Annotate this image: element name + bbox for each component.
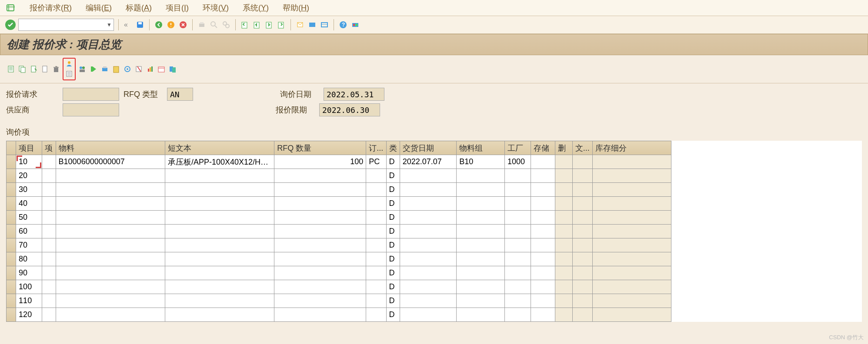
cell-qty[interactable]	[274, 252, 366, 266]
print-preview-icon[interactable]	[100, 64, 110, 74]
menu-icon[interactable]	[5, 3, 16, 13]
table-row[interactable]: 70D	[7, 238, 671, 252]
cell-plant[interactable]	[504, 266, 531, 280]
first-page-icon[interactable]	[240, 20, 250, 30]
cell-text[interactable]	[572, 266, 592, 280]
cell-stock-seg[interactable]	[592, 238, 671, 252]
acct-assign-icon[interactable]	[145, 64, 155, 74]
cell-item[interactable]: 120	[16, 308, 42, 322]
last-page-icon[interactable]	[277, 20, 286, 30]
cell-storage[interactable]	[531, 294, 555, 308]
find-next-icon[interactable]	[221, 20, 231, 30]
cell-qty[interactable]	[274, 308, 366, 322]
command-field[interactable]: ▼	[18, 19, 114, 31]
cell-stock-seg[interactable]	[592, 225, 671, 238]
cell-c[interactable]: D	[386, 211, 400, 225]
list-icon[interactable]	[64, 69, 74, 79]
cell-text[interactable]	[572, 211, 592, 225]
conditions-icon[interactable]	[134, 64, 144, 74]
cell-plant[interactable]	[504, 308, 531, 322]
cell-c[interactable]: D	[386, 169, 400, 183]
cell-material[interactable]	[56, 225, 165, 238]
cell-i[interactable]	[42, 183, 56, 197]
cell-i[interactable]	[42, 211, 56, 225]
cell-item[interactable]: 100	[16, 280, 42, 294]
cell-del[interactable]	[555, 294, 572, 308]
col-del[interactable]: 删	[555, 141, 572, 155]
cell-short-text[interactable]: 承压板/APP-100X40X12/H…	[165, 155, 274, 169]
cell-i[interactable]	[42, 294, 56, 308]
find-icon[interactable]	[209, 20, 219, 30]
cell-short-text[interactable]	[165, 294, 274, 308]
cell-plant[interactable]	[504, 225, 531, 238]
col-text[interactable]: 文...	[572, 141, 592, 155]
cell-mgrp[interactable]	[457, 280, 505, 294]
cell-c[interactable]: D	[386, 225, 400, 238]
menu-title[interactable]: 标题(A)	[126, 3, 152, 13]
cell-mgrp[interactable]: B10	[457, 155, 505, 169]
cell-i[interactable]	[42, 155, 56, 169]
cell-unit[interactable]	[366, 266, 386, 280]
cell-unit[interactable]	[366, 308, 386, 322]
cell-stock-seg[interactable]	[592, 183, 671, 197]
cell-short-text[interactable]	[165, 169, 274, 183]
cell-item[interactable]: 60	[16, 225, 42, 238]
save-icon[interactable]	[135, 20, 145, 30]
cell-deliv[interactable]	[400, 252, 457, 266]
accept-icon[interactable]	[5, 20, 16, 30]
cell-c[interactable]: D	[386, 308, 400, 322]
cell-storage[interactable]	[531, 266, 555, 280]
cell-item[interactable]: 20	[16, 169, 42, 183]
cell-material[interactable]	[56, 238, 165, 252]
cell-del[interactable]	[555, 183, 572, 197]
cell-mgrp[interactable]	[457, 294, 505, 308]
cell-deliv[interactable]: 2022.07.07	[400, 155, 457, 169]
table-row[interactable]: 110D	[7, 294, 671, 308]
cell-stock-seg[interactable]	[592, 197, 671, 211]
cell-text[interactable]	[572, 155, 592, 169]
cell-material[interactable]	[56, 280, 165, 294]
col-rfq-qty[interactable]: RFQ 数量	[274, 141, 366, 155]
cell-stock-seg[interactable]	[592, 280, 671, 294]
cell-unit[interactable]	[366, 225, 386, 238]
cell-mgrp[interactable]	[457, 169, 505, 183]
cell-plant[interactable]: 1000	[504, 155, 531, 169]
cell-qty[interactable]	[274, 211, 366, 225]
cell-mgrp[interactable]	[457, 238, 505, 252]
cell-item[interactable]: 10	[16, 155, 42, 169]
back-green-icon[interactable]	[154, 20, 164, 30]
cell-text[interactable]	[572, 238, 592, 252]
cell-storage[interactable]	[531, 155, 555, 169]
cell-short-text[interactable]	[165, 266, 274, 280]
table-row[interactable]: 40D	[7, 197, 671, 211]
cell-short-text[interactable]	[165, 225, 274, 238]
shortcut-icon[interactable]	[307, 20, 317, 30]
cell-material[interactable]	[56, 169, 165, 183]
cell-mgrp[interactable]	[457, 308, 505, 322]
cell-c[interactable]: D	[386, 252, 400, 266]
row-selector[interactable]	[7, 155, 16, 169]
cell-del[interactable]	[555, 266, 572, 280]
cell-text[interactable]	[572, 252, 592, 266]
cancel-icon[interactable]	[178, 20, 188, 30]
cell-deliv[interactable]	[400, 280, 457, 294]
cell-mgrp[interactable]	[457, 266, 505, 280]
row-selector[interactable]	[7, 280, 16, 294]
cell-stock-seg[interactable]	[592, 169, 671, 183]
row-selector[interactable]	[7, 252, 16, 266]
cell-material[interactable]	[56, 197, 165, 211]
cell-del[interactable]	[555, 155, 572, 169]
menu-help[interactable]: 帮助(H)	[283, 3, 309, 13]
cell-text[interactable]	[572, 294, 592, 308]
cell-c[interactable]: D	[386, 155, 400, 169]
vendor-address-icon[interactable]	[64, 60, 74, 69]
cell-plant[interactable]	[504, 252, 531, 266]
cell-unit[interactable]	[366, 238, 386, 252]
cell-stock-seg[interactable]	[592, 294, 671, 308]
cell-qty[interactable]	[274, 183, 366, 197]
row-selector[interactable]	[7, 225, 16, 238]
detail-icon[interactable]	[6, 64, 16, 74]
exit-icon[interactable]	[166, 20, 176, 30]
cell-item[interactable]: 80	[16, 252, 42, 266]
cell-text[interactable]	[572, 197, 592, 211]
